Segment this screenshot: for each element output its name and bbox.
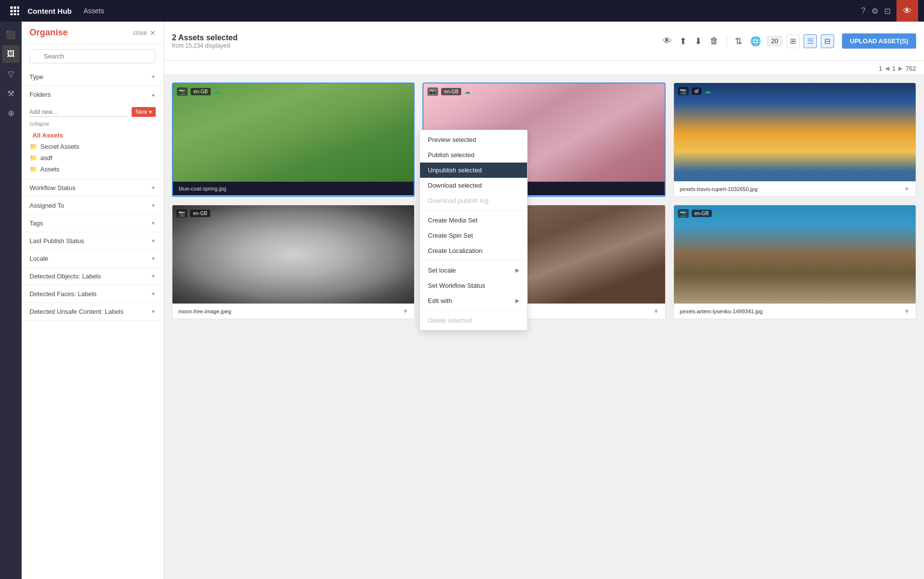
rail-assets-icon[interactable]: 🖼 [2, 45, 20, 63]
add-folder-input[interactable] [29, 108, 128, 117]
ctx-delete-selected: Delete selected [420, 313, 527, 328]
filter-unsafe-header[interactable]: Detected Unsafe Content: Labels ▼ [22, 303, 164, 320]
svg-rect-0 [10, 6, 13, 9]
sort-icon-btn[interactable]: ⇅ [733, 34, 744, 49]
selection-count: 2 Assets selected [172, 33, 238, 42]
section-title: Assets [84, 7, 104, 15]
grid-menu-icon[interactable] [6, 0, 24, 22]
filter-detected-objects: Detected Objects: Labels ▼ [22, 268, 164, 285]
ctx-preview-selected[interactable]: Preview selected [420, 132, 527, 147]
ctx-edit-with[interactable]: Edit with ▶ [420, 293, 527, 308]
close-label: close [133, 29, 147, 36]
folders-header[interactable]: Folders ▲ [22, 86, 164, 103]
folder-secret-assets[interactable]: 📁 Secret Assets [29, 141, 156, 152]
assigned-chevron-icon: ▼ [151, 203, 156, 208]
asset-4-name: moon-free-image.jpeg [178, 308, 402, 314]
separator [727, 35, 727, 47]
asset-card-6[interactable]: 📷 en-GB ☁ pexels-artem-lysenko-1499341.j… [673, 205, 916, 319]
top-bar: Content Hub Assets ? ⚙ ⊡ 👁 [0, 0, 924, 22]
close-icon[interactable]: ✕ [150, 29, 156, 37]
folder-all-assets[interactable]: All Assets [29, 130, 156, 141]
profile-icon[interactable]: ⊡ [884, 6, 891, 16]
ctx-create-media-set[interactable]: Create Media Set [420, 213, 527, 228]
filter-faces-header[interactable]: Detected Faces: Labels ▼ [22, 285, 164, 303]
collapse-link[interactable]: collapse [29, 121, 156, 127]
list-view-btn[interactable]: ☰ [804, 34, 817, 48]
filter-detected-unsafe: Detected Unsafe Content: Labels ▼ [22, 303, 164, 321]
folder-asdf[interactable]: 📁 asdf [29, 152, 156, 164]
filter-tags-header[interactable]: Tags ▼ [22, 215, 164, 232]
filter-assigned-to: Assigned To ▼ [22, 197, 164, 215]
settings-icon[interactable]: ⚙ [871, 6, 878, 16]
faces-chevron-icon: ▼ [151, 291, 156, 297]
page-prev-icon[interactable]: ◀ [885, 65, 889, 72]
rail-filter-icon[interactable]: ▽ [2, 65, 20, 83]
upload-icon-btn[interactable]: ⬆ [677, 34, 689, 49]
asset-card-4[interactable]: 📷 en-GB moon-free-image.jpeg ▼ [172, 205, 415, 319]
ctx-download-selected[interactable]: Download selected [420, 178, 527, 193]
download-icon-btn[interactable]: ⬇ [693, 34, 704, 49]
rail-layers-icon[interactable]: ⊕ [2, 104, 20, 122]
filter-locale-label: Locale [29, 255, 48, 262]
grid-view-btn[interactable]: ⊞ [786, 34, 800, 48]
filter-type: Type ▼ [22, 68, 164, 86]
main-area: ⬛ 🖼 ▽ ⚒ ⊕ Organise close ✕ [0, 22, 924, 579]
asset-card-1[interactable]: 📷 en-GB ☁ blue-coat-spring.jpg [172, 83, 415, 197]
folder-secret-label: Secret Assets [40, 143, 79, 150]
svg-rect-6 [10, 13, 13, 15]
context-menu: Preview selected Publish selected Unpubl… [420, 130, 528, 331]
tile-view-btn[interactable]: ⊟ [821, 34, 834, 48]
filter-workflow-label: Workflow Status [29, 184, 76, 192]
help-icon[interactable]: ? [861, 6, 866, 15]
ctx-spin-set-label: Create Spin Set [428, 232, 473, 239]
ctx-download-publish-log: Download publish log [420, 193, 527, 208]
rail-home-icon[interactable]: ⬛ [2, 26, 20, 43]
ctx-publish-label: Publish selected [428, 151, 475, 159]
asset-card-3[interactable]: 📷 af ☁ pexels-travis-rupert-1032650.jpg … [673, 83, 916, 197]
ctx-unpublish-selected[interactable]: Unpublish selected [420, 163, 527, 178]
asset-4-expand-icon[interactable]: ▼ [402, 308, 408, 315]
search-input[interactable] [29, 49, 156, 63]
filter-publish-header[interactable]: Last Publish Status ▼ [22, 232, 164, 249]
filter-workflow-header[interactable]: Workflow Status ▼ [22, 179, 164, 196]
asset-5-expand-icon[interactable]: ▼ [653, 308, 659, 315]
asset-6-footer: pexels-artem-lysenko-1499341.jpg ▼ [674, 303, 916, 319]
upload-assets-button[interactable]: UPLOAD ASSET(S) [842, 33, 916, 49]
filter-type-header[interactable]: Type ▼ [22, 68, 164, 85]
filter-objects-header[interactable]: Detected Objects: Labels ▼ [22, 268, 164, 285]
top-bar-actions: ? ⚙ ⊡ 👁 [861, 0, 918, 22]
objects-chevron-icon: ▼ [151, 274, 156, 279]
delete-icon-btn[interactable]: 🗑 [708, 34, 721, 48]
ctx-set-workflow-status[interactable]: Set Workflow Status [420, 278, 527, 293]
svg-rect-2 [17, 6, 19, 9]
filter-locale: Locale ▼ [22, 250, 164, 268]
eye-button[interactable]: 👁 [896, 0, 918, 22]
filter-assigned-header[interactable]: Assigned To ▼ [22, 197, 164, 214]
preview-icon-btn[interactable]: 👁 [661, 34, 673, 48]
ctx-create-spin-set[interactable]: Create Spin Set [420, 228, 527, 243]
svg-rect-1 [14, 6, 16, 9]
ctx-download-label: Download selected [428, 182, 482, 189]
workflow-chevron-icon: ▼ [151, 185, 156, 191]
globe-icon-btn[interactable]: 🌐 [748, 34, 763, 49]
svg-rect-4 [14, 10, 16, 12]
ctx-media-set-label: Create Media Set [428, 217, 477, 224]
filter-locale-header[interactable]: Locale ▼ [22, 250, 164, 267]
main-content: 2 Assets selected from 15,234 displayed … [164, 22, 924, 579]
sidebar: Organise close ✕ Type ▼ [22, 22, 164, 579]
filter-publish-label: Last Publish Status [29, 237, 84, 245]
page-next-icon[interactable]: ▶ [898, 65, 902, 72]
ctx-publish-selected[interactable]: Publish selected [420, 147, 527, 163]
asset-6-expand-icon[interactable]: ▼ [904, 308, 910, 315]
ctx-set-locale[interactable]: Set locale ▶ [420, 263, 527, 278]
ctx-create-localization[interactable]: Create Localization [420, 243, 527, 258]
asset-1-footer: blue-coat-spring.jpg [173, 182, 414, 195]
filter-type-label: Type [29, 73, 43, 81]
asset-4-locale-badge: en-GB [190, 210, 210, 217]
folders-content: New ▾ collapse All Assets 📁 Secret Asset… [22, 103, 164, 179]
asset-3-expand-icon[interactable]: ▼ [904, 186, 910, 193]
rail-tools-icon[interactable]: ⚒ [2, 84, 20, 102]
folder-assets[interactable]: 📁 Assets [29, 164, 156, 175]
new-folder-button[interactable]: New ▾ [132, 107, 156, 117]
camera-icon-4: 📷 [176, 209, 187, 218]
